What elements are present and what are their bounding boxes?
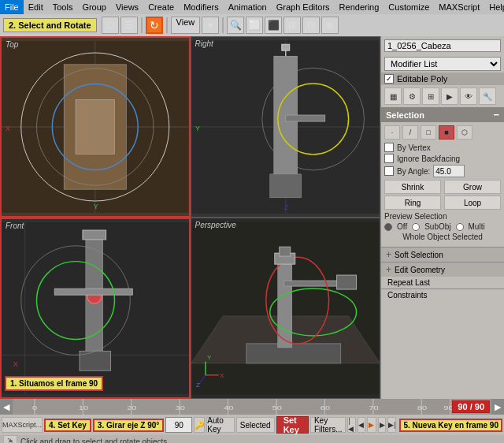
ignore-backfacing-checkbox[interactable] (384, 154, 394, 163)
toolbar-icon-1[interactable]: ⬡ (102, 17, 119, 34)
toolbar-icon-8[interactable]: ⊕ (321, 17, 339, 34)
panel-tab-modify[interactable]: ⚙ (403, 87, 421, 105)
by-vertex-label: By Vertex (397, 143, 431, 152)
preview-multi-radio[interactable] (456, 223, 464, 231)
nav-play[interactable]: ▶ (367, 417, 376, 433)
by-vertex-checkbox[interactable] (384, 143, 394, 152)
menu-views[interactable]: Views (111, 0, 143, 14)
editable-poly-row: ✓ Editable Poly (381, 73, 504, 85)
toolbar-icon-4[interactable]: ⬜ (246, 17, 263, 34)
timeline-prev-arrow[interactable]: ◀ (0, 399, 13, 415)
menu-graph-editors[interactable]: Graph Editors (272, 0, 335, 14)
bottom-controls: MAXScript... 4. Set Key 3. Girar eje Z 9… (0, 415, 504, 435)
selection-section-header[interactable]: Selection − (381, 107, 504, 122)
auto-key-button[interactable]: Auto Key (206, 417, 234, 433)
sel-poly-icon[interactable]: ■ (439, 125, 454, 140)
viewport-top[interactable]: Top X Y (0, 36, 191, 218)
menu-edit[interactable]: Edit (24, 0, 48, 14)
shrink-grow-row: Shrink Grow (384, 180, 501, 194)
timeline-next-arrow[interactable]: ▶ (491, 399, 504, 415)
modifier-list-row: Modifier List (381, 54, 504, 73)
panel-tab-utils[interactable]: 🔧 (479, 87, 496, 105)
toolbar-icon-6[interactable]: ⊞ (284, 17, 301, 34)
panel-tab-display2[interactable]: 👁 (460, 87, 477, 105)
menu-help[interactable]: Help (484, 0, 504, 14)
status-icon: 🖱 (3, 435, 17, 443)
preview-off-label: Off (397, 222, 407, 231)
menu-create[interactable]: Create (143, 0, 179, 14)
panel-tab-display[interactable]: ▦ (384, 87, 402, 105)
svg-text:10: 10 (79, 404, 89, 411)
toolbar-icon-5[interactable]: ⬛ (265, 17, 282, 34)
preview-subobj-radio[interactable] (412, 223, 420, 231)
viewport-front-scene: X Z (2, 219, 189, 397)
selected-label: Selected (236, 417, 275, 433)
menu-tools[interactable]: Tools (48, 0, 78, 14)
rotate-tool-icon[interactable]: ↻ (146, 17, 163, 34)
toolbar-icon-mag[interactable]: 🔍 (227, 17, 244, 34)
menu-modifiers[interactable]: Modifiers (179, 0, 224, 14)
nav-next-frame[interactable]: ▶ (378, 417, 386, 433)
nav-next-key[interactable]: ▶| (387, 417, 396, 433)
viewport-top-label: Top (6, 40, 18, 49)
viewport-right-scene: Y Z (191, 37, 380, 217)
right-panel: Modifier List ✓ Editable Poly ▦ ⚙ ⊞ ▶ 👁 … (380, 36, 504, 399)
modifier-checkbox[interactable]: ✓ (384, 74, 394, 84)
menu-maxscript[interactable]: MAXScript (434, 0, 484, 14)
svg-rect-26 (80, 351, 111, 370)
nav-prev-frame[interactable]: ◀ (358, 417, 365, 433)
edit-geometry-label: Edit Geometry (395, 266, 445, 274)
set-key-button[interactable]: Set Key (276, 416, 309, 434)
svg-text:40: 40 (224, 404, 234, 411)
view-dropdown[interactable]: View (171, 17, 201, 34)
toolbar-icon-7[interactable]: ⊡ (302, 17, 320, 34)
edit-geometry-header[interactable]: + Edit Geometry (381, 262, 504, 277)
shrink-button[interactable]: Shrink (384, 180, 441, 194)
key-filters-button[interactable]: Key Filters... (310, 417, 346, 433)
timeline: ◀ 0 10 20 30 40 50 60 70 (0, 399, 504, 415)
viewport-right[interactable]: Right Y (191, 36, 381, 218)
preview-radio-row: Off SubObj Multi (384, 222, 501, 231)
sel-border-icon[interactable]: □ (421, 125, 436, 140)
soft-selection-header[interactable]: + Soft Selection (381, 247, 504, 262)
preview-off-radio[interactable] (384, 223, 392, 231)
rotate-value-input[interactable] (165, 417, 192, 433)
menu-file[interactable]: File (0, 0, 24, 14)
sel-element-icon[interactable]: ⬡ (457, 125, 472, 140)
object-name-input[interactable] (384, 39, 501, 52)
menu-rendering[interactable]: Rendering (335, 0, 384, 14)
svg-text:Y: Y (94, 203, 98, 210)
soft-selection-expand-icon: + (386, 249, 391, 260)
toolbar: 2. Select and Rotate ⬡ ☰ ↻ View ▼ 🔍 ⬜ ⬛ … (0, 14, 504, 36)
svg-text:Z: Z (195, 382, 199, 389)
grow-button[interactable]: Grow (444, 180, 501, 194)
panel-tab-motion[interactable]: ▶ (441, 87, 458, 105)
nav-prev-key[interactable]: |◀ (347, 417, 355, 433)
menu-group[interactable]: Group (77, 0, 111, 14)
viewport-perspective[interactable]: Perspective (191, 218, 381, 399)
svg-text:Y: Y (195, 125, 199, 132)
panel-tab-hierarchy[interactable]: ⊞ (422, 87, 439, 105)
toolbar-icon-3[interactable]: ▼ (202, 17, 219, 34)
viewport-front-label: Front (6, 222, 24, 230)
loop-button[interactable]: Loop (444, 195, 501, 210)
sel-edge-icon[interactable]: / (402, 125, 418, 140)
ring-button[interactable]: Ring (384, 195, 441, 210)
by-angle-input[interactable] (433, 165, 465, 177)
menu-customize[interactable]: Customize (384, 0, 434, 14)
svg-text:60: 60 (321, 404, 331, 411)
by-angle-row: By Angle: (384, 165, 501, 177)
repeat-last-row: Repeat Last (381, 277, 504, 289)
sel-vertex-icon[interactable]: · (384, 125, 400, 140)
timeline-track[interactable]: 0 10 20 30 40 50 60 70 80 90 (13, 399, 452, 415)
modifier-list-dropdown[interactable]: Modifier List (384, 57, 501, 71)
frame-counter[interactable]: 90 / 90 (452, 400, 490, 413)
by-angle-label: By Angle: (397, 167, 430, 176)
menu-animation[interactable]: Animation (224, 0, 272, 14)
maxscript-mini-button[interactable]: MAXScript... (2, 417, 43, 433)
toolbar-icon-2[interactable]: ☰ (120, 17, 138, 34)
by-angle-checkbox[interactable] (384, 166, 394, 176)
viewport-front[interactable]: Front 1. Situamos el frame 90 (0, 218, 191, 399)
svg-text:80: 80 (417, 404, 428, 411)
key-icon: 🔑 (194, 417, 205, 433)
